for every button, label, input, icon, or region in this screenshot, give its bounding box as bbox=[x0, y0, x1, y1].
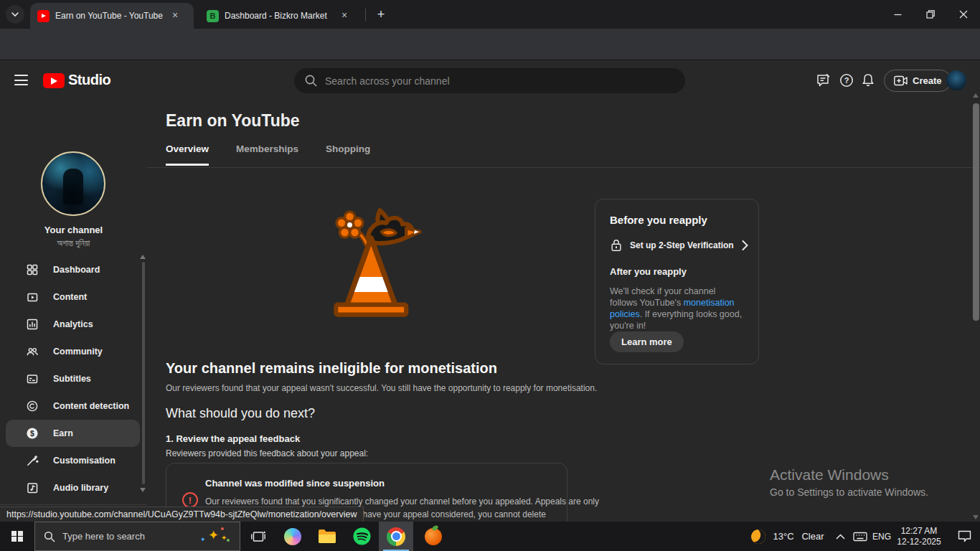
chrome-button[interactable] bbox=[379, 522, 413, 551]
feedback-icon[interactable] bbox=[816, 72, 831, 88]
main-content: Earn on YouTube Overview Memberships Sho… bbox=[147, 100, 980, 522]
bizkro-favicon-icon: B bbox=[207, 10, 219, 22]
channel-name: অশান্ত দুনিয়া bbox=[0, 238, 147, 248]
page-title: Earn on YouTube bbox=[166, 111, 300, 131]
close-window-button[interactable] bbox=[947, 0, 980, 29]
spotify-button[interactable] bbox=[344, 522, 379, 551]
customisation-icon bbox=[26, 454, 39, 467]
window-controls bbox=[881, 0, 980, 29]
weather-temp[interactable]: 13°C bbox=[769, 522, 798, 551]
sidebar-scroll-down-icon[interactable] bbox=[140, 488, 146, 492]
account-avatar[interactable] bbox=[946, 70, 966, 90]
two-step-verification-row[interactable]: Set up 2-Step Verification bbox=[610, 237, 748, 254]
youtube-logo-icon[interactable] bbox=[43, 73, 65, 88]
step-one-title: 1. Review the appeal feedback bbox=[166, 433, 300, 444]
clock[interactable]: 12:27 AM 12-12-2025 bbox=[891, 522, 947, 551]
touch-keyboard-button[interactable] bbox=[849, 522, 871, 551]
tab-separator bbox=[365, 9, 366, 21]
page-tabs: Overview Memberships Shopping bbox=[166, 143, 370, 166]
tabs-divider bbox=[147, 167, 980, 168]
cone-flower-illustration bbox=[307, 207, 433, 323]
copilot-icon bbox=[284, 528, 301, 545]
task-view-icon bbox=[251, 530, 265, 543]
content-icon bbox=[26, 291, 39, 303]
new-tab-button[interactable]: + bbox=[372, 6, 390, 24]
reapply-title: Before you reapply bbox=[610, 214, 707, 226]
taskbar-search-input[interactable] bbox=[62, 531, 177, 542]
tray-expand-button[interactable] bbox=[831, 522, 849, 551]
screen: { "browser": { "tabs": [ {"title": "Earn… bbox=[0, 0, 980, 551]
activate-windows-watermark: Activate Windows Go to Settings to activ… bbox=[770, 466, 928, 498]
tab-search-button[interactable] bbox=[6, 5, 24, 24]
touch-keyboard-icon bbox=[853, 531, 867, 542]
sidebar-item-content-detection[interactable]: Content detection bbox=[6, 392, 140, 420]
sidebar-scrollbar[interactable] bbox=[142, 262, 145, 484]
restore-button[interactable] bbox=[914, 0, 947, 29]
earn-dollar-icon: $ bbox=[26, 427, 39, 440]
weather-button[interactable] bbox=[746, 522, 771, 551]
scroll-down-icon[interactable] bbox=[973, 515, 979, 519]
browser-titlebar: Earn on YouTube - YouTube Stu × B Dashbo… bbox=[0, 0, 980, 29]
copilot-button[interactable] bbox=[275, 522, 310, 551]
chevron-down-icon bbox=[11, 10, 19, 19]
tab-close-icon[interactable]: × bbox=[169, 9, 182, 22]
chrome-icon bbox=[387, 527, 405, 546]
sidebar-item-earn[interactable]: $ Earn bbox=[6, 420, 140, 447]
tab-bizkro-dashboard[interactable]: B Dashboard - Bizkro Market × bbox=[199, 3, 360, 29]
file-explorer-button[interactable] bbox=[310, 522, 344, 551]
task-view-button[interactable] bbox=[241, 522, 275, 551]
sidebar-item-customisation[interactable]: Customisation bbox=[6, 447, 140, 474]
browser-toolbar: studio.youtube.com/channel/UCuAGyZ9TTw94… bbox=[0, 29, 980, 60]
sidebar-item-community[interactable]: Community bbox=[6, 338, 140, 365]
menu-icon[interactable] bbox=[14, 75, 28, 85]
start-button[interactable] bbox=[0, 522, 34, 551]
sidebar-item-subtitles[interactable]: Subtitles bbox=[6, 365, 140, 392]
tab-shopping[interactable]: Shopping bbox=[326, 143, 370, 166]
sidebar-item-analytics[interactable]: Analytics bbox=[6, 311, 140, 338]
create-video-icon bbox=[894, 75, 908, 86]
channel-label: Your channel bbox=[0, 225, 147, 235]
weather-condition[interactable]: Clear bbox=[796, 522, 829, 551]
minimize-button[interactable] bbox=[881, 0, 914, 29]
create-button[interactable]: Create bbox=[884, 70, 951, 92]
chevron-up-icon bbox=[836, 534, 845, 540]
status-subtext: Our reviewers found that your appeal was… bbox=[166, 383, 597, 393]
tab-close-icon[interactable]: × bbox=[338, 9, 351, 22]
studio-brand[interactable]: Studio bbox=[68, 72, 110, 88]
file-explorer-icon bbox=[318, 529, 336, 545]
sidebar-scroll-up-icon[interactable] bbox=[140, 255, 146, 259]
next-steps-heading: What should you do next? bbox=[166, 406, 315, 421]
tab-memberships[interactable]: Memberships bbox=[236, 143, 298, 166]
taskbar-search-box[interactable]: ✦ ✦ ✦ bbox=[34, 522, 240, 551]
scroll-up-icon[interactable] bbox=[973, 93, 979, 98]
community-icon bbox=[26, 345, 39, 358]
help-icon[interactable]: ? bbox=[839, 72, 854, 88]
youtube-favicon-icon bbox=[37, 10, 50, 22]
studio-sidebar: Your channel অশান্ত দুনিয়া Dashboard Co… bbox=[0, 100, 147, 522]
notifications-icon[interactable] bbox=[860, 72, 876, 88]
fl-studio-button[interactable] bbox=[416, 522, 451, 551]
learn-more-button[interactable]: Learn more bbox=[610, 331, 684, 352]
sidebar-item-content[interactable]: Content bbox=[6, 283, 140, 311]
tab-title: Dashboard - Bizkro Market bbox=[225, 11, 334, 21]
audio-library-icon bbox=[26, 481, 39, 494]
studio-search-input[interactable] bbox=[325, 75, 675, 87]
clock-date: 12-12-2025 bbox=[897, 537, 941, 547]
studio-search-bar[interactable] bbox=[294, 68, 685, 93]
action-center-button[interactable] bbox=[948, 522, 980, 551]
sidebar-item-dashboard[interactable]: Dashboard bbox=[6, 256, 140, 283]
channel-avatar[interactable] bbox=[41, 151, 105, 216]
error-icon: ! bbox=[182, 492, 198, 508]
tab-youtube-studio[interactable]: Earn on YouTube - YouTube Stu × bbox=[30, 3, 194, 29]
sidebar-item-audio-library[interactable]: Audio library bbox=[6, 474, 140, 501]
feedback-title: Channel was modified since suspension bbox=[205, 478, 385, 489]
moon-icon bbox=[750, 527, 767, 545]
tab-overview[interactable]: Overview bbox=[166, 143, 209, 166]
copilot-sparkle-icon: ✦ ✦ ✦ bbox=[199, 526, 231, 547]
scrollbar-thumb[interactable] bbox=[973, 103, 979, 321]
link-status-tooltip: https://studio.youtube.com/channel/UCuAG… bbox=[0, 507, 364, 522]
svg-text:?: ? bbox=[844, 76, 849, 85]
language-indicator[interactable]: ENG bbox=[870, 522, 894, 551]
spotify-icon bbox=[353, 527, 371, 545]
tab-title: Earn on YouTube - YouTube Stu bbox=[55, 11, 164, 21]
